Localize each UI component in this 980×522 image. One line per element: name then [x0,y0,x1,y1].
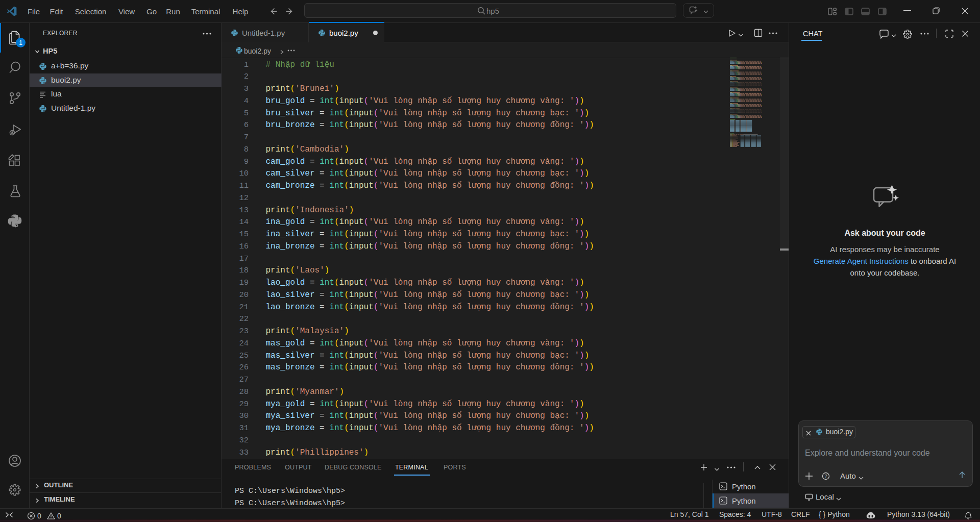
svg-text:?: ? [824,474,827,479]
